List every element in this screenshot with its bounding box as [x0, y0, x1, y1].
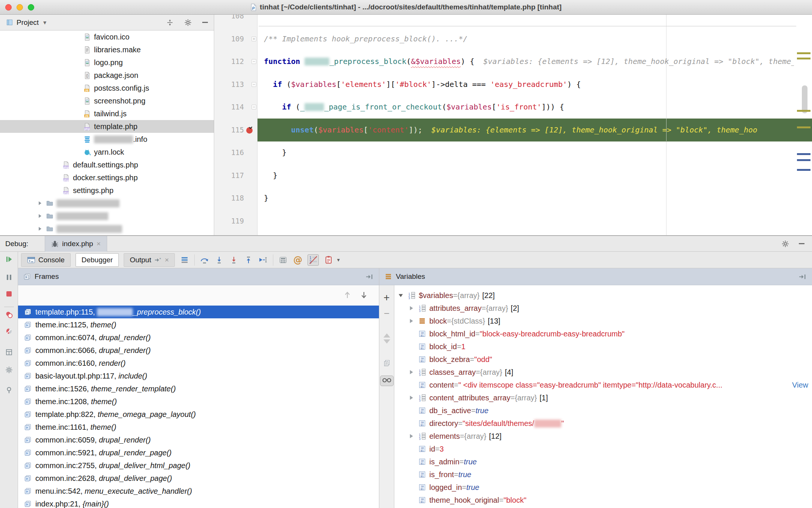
frame-row[interactable]: common.inc:6059, drupal_render(): [18, 433, 379, 446]
line-number[interactable]: 112: [215, 50, 244, 73]
variable-row[interactable]: 123$variables = {array}[22]: [394, 289, 812, 302]
tree-row[interactable]: screenshot.png: [0, 94, 214, 107]
stripe-mark-info[interactable]: [797, 159, 810, 161]
line-number[interactable]: 118: [215, 187, 244, 210]
code-text[interactable]: unset($variables['content']); $variables…: [258, 119, 794, 141]
frame-row-selected[interactable]: template.php:115, _preprocess_block(): [18, 306, 379, 318]
stripe-mark-info[interactable]: [797, 169, 810, 171]
at-sign-icon[interactable]: @: [293, 255, 303, 265]
breakpoint-icon[interactable]: [245, 126, 254, 136]
show-values-inline-icon[interactable]: 12: [308, 254, 319, 266]
code-editor[interactable]: 108109+/** Implements hook_preprocess_bl…: [215, 15, 812, 235]
frame-row[interactable]: menu.inc:542, menu_execute_active_handle…: [18, 485, 379, 497]
line-number[interactable]: 108: [215, 15, 244, 27]
line-number[interactable]: 115: [215, 119, 244, 141]
frame-row[interactable]: theme.inc:1526, theme_render_template(): [18, 382, 379, 395]
variable-row[interactable]: 1001db_is_active = true: [394, 404, 812, 417]
variable-row[interactable]: 1001block_zebra = "odd": [394, 353, 812, 366]
tree-row[interactable]: libraries.make: [0, 43, 214, 56]
code-text[interactable]: }: [258, 141, 794, 164]
gear-icon[interactable]: [184, 19, 192, 26]
move-down-icon[interactable]: [383, 344, 390, 350]
code-line-114[interactable]: 114− if (__page_is_front_or_checkout($va…: [215, 96, 812, 119]
code-line-116[interactable]: 116 }: [215, 141, 812, 164]
variable-row[interactable]: 123attributes_array = {array}[2]: [394, 302, 812, 315]
line-number[interactable]: 113: [215, 73, 244, 96]
line-number[interactable]: 119: [215, 210, 244, 233]
tree-row[interactable]: phpsettings.php: [0, 184, 214, 197]
frame-row[interactable]: template.php:822, theme_omega_page_layou…: [18, 408, 379, 421]
expand-arrow-icon[interactable]: [409, 318, 418, 324]
tab-output[interactable]: Output * ×: [124, 253, 175, 267]
tree-row[interactable]: {}package.json: [0, 69, 214, 82]
code-line-112[interactable]: 112−function _preprocess_block(&$variabl…: [215, 50, 812, 73]
variable-row[interactable]: 1001block_id = 1: [394, 340, 812, 353]
frame-row[interactable]: theme.inc:1125, theme(): [18, 318, 379, 331]
tree-row[interactable]: favicon.ico: [0, 30, 214, 43]
tree-row[interactable]: [0, 210, 214, 222]
frame-row[interactable]: basic-layout.tpl.php:117, include(): [18, 370, 379, 382]
variable-row[interactable]: 1001id = 3: [394, 443, 812, 455]
gear-icon[interactable]: [782, 240, 789, 248]
view-breakpoints-icon[interactable]: [5, 311, 13, 320]
code-text[interactable]: }: [258, 164, 794, 187]
frame-row[interactable]: theme.inc:1208, theme(): [18, 395, 379, 408]
variable-row[interactable]: 1001is_front = true: [394, 468, 812, 481]
show-execution-point-icon[interactable]: [180, 257, 189, 263]
thread-dump-icon[interactable]: [324, 256, 333, 264]
step-over-icon[interactable]: [200, 256, 209, 264]
variable-row[interactable]: 123elements = {array}[12]: [394, 430, 812, 443]
stripe-mark-warning[interactable]: [797, 110, 810, 112]
code-text[interactable]: /** Implements hook_preprocess_block(). …: [258, 27, 794, 50]
fold-marker-icon[interactable]: −: [251, 82, 256, 87]
variable-row[interactable]: 1001is_admin = true: [394, 455, 812, 468]
variable-row[interactable]: 1001theme_hook_original = "block": [394, 494, 812, 506]
line-number[interactable]: 109: [215, 27, 244, 50]
tree-row[interactable]: [0, 222, 214, 235]
expand-arrow-icon[interactable]: [409, 395, 418, 400]
zoom-window-button[interactable]: [28, 4, 34, 11]
line-number[interactable]: 117: [215, 164, 244, 187]
close-icon[interactable]: ×: [165, 256, 169, 264]
expand-arrow-icon[interactable]: [409, 433, 418, 439]
dock-pin-icon[interactable]: [365, 274, 374, 280]
frame-row[interactable]: common.inc:2628, drupal_deliver_page(): [18, 472, 379, 485]
chevron-down-icon[interactable]: ▼: [42, 20, 47, 26]
frame-row[interactable]: common.inc:6074, drupal_render(): [18, 331, 379, 344]
tree-row[interactable]: logo.png: [0, 56, 214, 69]
tab-debugger[interactable]: Debugger: [76, 253, 119, 267]
variable-row[interactable]: 1001content = " <div itemscope class="ea…: [394, 379, 812, 391]
evaluate-expression-icon[interactable]: [278, 256, 288, 264]
stripe-mark-warning[interactable]: [797, 58, 810, 59]
variable-row[interactable]: 1001directory = "sites/default/themes/": [394, 417, 812, 430]
expand-arrow-icon[interactable]: [38, 201, 43, 205]
variable-row[interactable]: 123theme_hook_suggestions = {array}[2]: [394, 506, 812, 508]
run-to-cursor-icon[interactable]: [258, 256, 268, 264]
tree-row[interactable]: .info: [0, 133, 214, 146]
fold-marker-icon[interactable]: +: [251, 37, 256, 41]
minimize-window-button[interactable]: [17, 4, 23, 11]
code-line-118[interactable]: 118}: [215, 187, 812, 210]
frame-up-icon[interactable]: [343, 291, 352, 300]
expand-arrow-icon[interactable]: [409, 370, 418, 375]
code-text[interactable]: if ($variables['elements']['#block']->de…: [258, 73, 794, 96]
scrollbar-thumb[interactable]: [802, 85, 807, 113]
frame-down-icon[interactable]: [359, 291, 368, 300]
collapse-all-icon[interactable]: [166, 19, 174, 26]
frame-row[interactable]: common.inc:5921, drupal_render_page(): [18, 446, 379, 459]
variable-row[interactable]: block = {stdClass}[13]: [394, 315, 812, 327]
pin-tab-icon[interactable]: [6, 386, 12, 395]
variable-row[interactable]: 1001block_html_id = "block-easy-breadcru…: [394, 327, 812, 340]
code-line-115[interactable]: 115 unset($variables['content']); $varia…: [215, 119, 812, 141]
line-number[interactable]: 116: [215, 141, 244, 164]
view-value-link[interactable]: View: [790, 381, 808, 389]
mute-breakpoints-icon[interactable]: [5, 327, 13, 336]
scroll-to-end-icon[interactable]: *: [154, 257, 162, 263]
code-line-108[interactable]: 108: [215, 15, 812, 27]
frame-row[interactable]: index.php:21, {main}(): [18, 497, 379, 508]
copy-icon[interactable]: [383, 359, 391, 368]
dropdown-arrow-icon[interactable]: ▼: [336, 257, 341, 263]
hide-panel-icon[interactable]: [202, 22, 208, 23]
tree-row-selected[interactable]: phptemplate.php: [0, 120, 214, 133]
code-line-113[interactable]: 113− if ($variables['elements']['#block'…: [215, 73, 812, 96]
